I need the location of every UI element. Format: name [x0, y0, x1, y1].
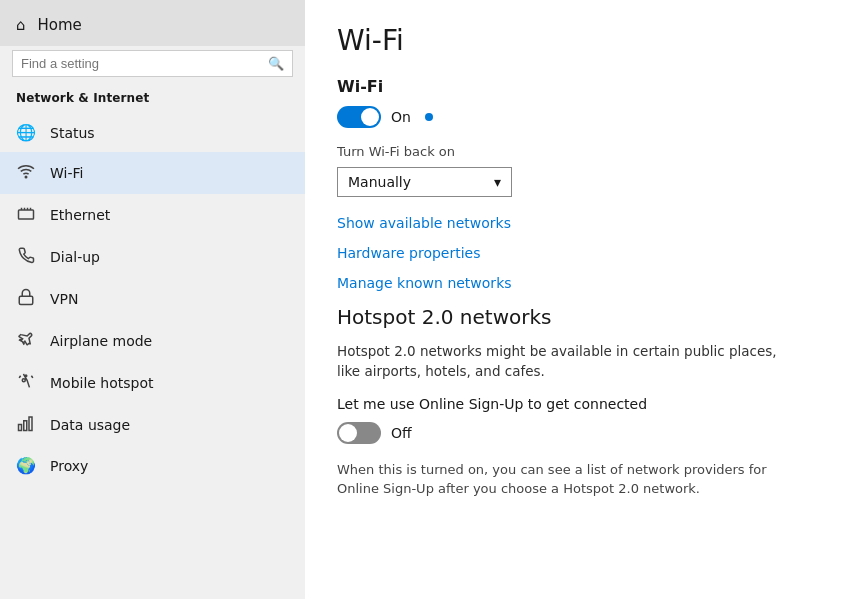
wifi-toggle-row: On	[337, 106, 827, 128]
online-signup-toggle[interactable]	[337, 422, 381, 444]
hotspot-description: Hotspot 2.0 networks might be available …	[337, 341, 777, 382]
sidebar-item-label: Airplane mode	[50, 333, 152, 349]
hotspot-section-title: Hotspot 2.0 networks	[337, 305, 827, 329]
sidebar-item-status[interactable]: 🌐 Status	[0, 113, 305, 152]
svg-rect-6	[29, 417, 32, 431]
sidebar-home[interactable]: ⌂ Home	[0, 0, 305, 46]
search-bar-container: 🔍	[12, 50, 293, 77]
hardware-properties-link[interactable]: Hardware properties	[337, 245, 827, 261]
sidebar-item-dialup[interactable]: Dial-up	[0, 236, 305, 278]
sidebar-item-label: Status	[50, 125, 95, 141]
home-label: Home	[38, 16, 82, 34]
home-icon: ⌂	[16, 16, 26, 34]
wifi-status-dot	[425, 113, 433, 121]
manage-known-networks-link[interactable]: Manage known networks	[337, 275, 827, 291]
wifi-icon	[16, 162, 36, 184]
status-icon: 🌐	[16, 123, 36, 142]
sidebar-item-label: Mobile hotspot	[50, 375, 154, 391]
sidebar-item-label: Data usage	[50, 417, 130, 433]
turn-wifi-dropdown[interactable]: Manually ▾	[337, 167, 512, 197]
search-input[interactable]	[21, 56, 262, 71]
search-icon: 🔍	[268, 56, 284, 71]
vpn-icon	[16, 288, 36, 310]
svg-rect-4	[19, 425, 22, 431]
dialup-icon	[16, 246, 36, 268]
svg-rect-1	[19, 210, 34, 219]
svg-point-0	[25, 176, 27, 178]
chevron-down-icon: ▾	[494, 174, 501, 190]
sidebar-item-wifi[interactable]: Wi-Fi	[0, 152, 305, 194]
datausage-icon	[16, 414, 36, 436]
hotspot-icon	[16, 372, 36, 394]
sidebar-item-label: Dial-up	[50, 249, 100, 265]
online-signup-toggle-row: Off	[337, 422, 827, 444]
sidebar-item-label: VPN	[50, 291, 79, 307]
ethernet-icon	[16, 204, 36, 226]
svg-rect-5	[24, 421, 27, 431]
airplane-icon	[16, 330, 36, 352]
sidebar-item-label: Proxy	[50, 458, 88, 474]
sidebar: ⌂ Home 🔍 Network & Internet 🌐 Status Wi-…	[0, 0, 305, 599]
wifi-toggle-label: On	[391, 109, 411, 125]
wifi-toggle[interactable]	[337, 106, 381, 128]
sidebar-item-ethernet[interactable]: Ethernet	[0, 194, 305, 236]
sidebar-section-title: Network & Internet	[0, 85, 305, 113]
sidebar-item-label: Wi-Fi	[50, 165, 83, 181]
online-signup-state: Off	[391, 425, 412, 441]
sidebar-item-vpn[interactable]: VPN	[0, 278, 305, 320]
svg-rect-2	[19, 296, 33, 304]
sidebar-item-hotspot[interactable]: Mobile hotspot	[0, 362, 305, 404]
main-content: Wi-Fi Wi-Fi On Turn Wi-Fi back on Manual…	[305, 0, 859, 599]
sidebar-item-label: Ethernet	[50, 207, 110, 223]
proxy-icon: 🌍	[16, 456, 36, 475]
turn-wifi-label: Turn Wi-Fi back on	[337, 144, 827, 159]
page-title: Wi-Fi	[337, 24, 827, 57]
show-networks-link[interactable]: Show available networks	[337, 215, 827, 231]
online-signup-label: Let me use Online Sign-Up to get connect…	[337, 396, 827, 412]
dropdown-value: Manually	[348, 174, 411, 190]
sidebar-item-datausage[interactable]: Data usage	[0, 404, 305, 446]
wifi-section-title: Wi-Fi	[337, 77, 827, 96]
sidebar-item-proxy[interactable]: 🌍 Proxy	[0, 446, 305, 485]
sidebar-item-airplane[interactable]: Airplane mode	[0, 320, 305, 362]
note-text: When this is turned on, you can see a li…	[337, 460, 777, 499]
